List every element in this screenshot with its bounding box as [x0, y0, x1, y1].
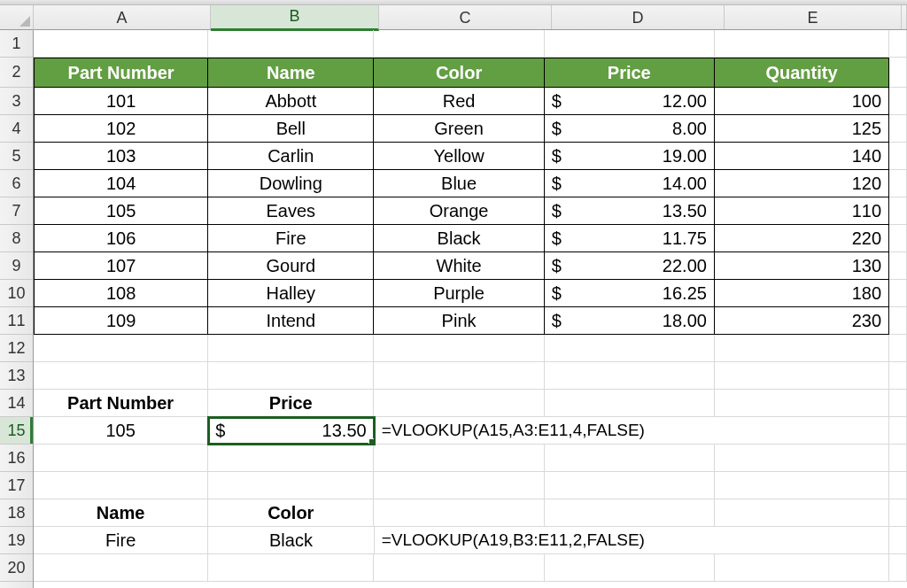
- table-header[interactable]: Quantity: [715, 58, 889, 88]
- cell-part-number[interactable]: 107: [34, 252, 208, 280]
- cell-empty[interactable]: [889, 170, 907, 197]
- cell-empty[interactable]: [374, 390, 544, 417]
- cell-quantity[interactable]: 230: [715, 307, 889, 335]
- row-header-4[interactable]: 4: [0, 115, 33, 143]
- cell-empty[interactable]: [545, 499, 715, 527]
- cell-empty[interactable]: [889, 252, 907, 280]
- cell-empty[interactable]: [34, 554, 208, 582]
- cell-empty[interactable]: [889, 88, 907, 115]
- cell-price[interactable]: $8.00: [545, 115, 715, 143]
- cell-part-number[interactable]: 101: [34, 88, 208, 115]
- cell-empty[interactable]: [889, 58, 907, 88]
- cell-empty[interactable]: [889, 445, 907, 472]
- cell-price[interactable]: $14.00: [545, 170, 715, 197]
- row-header-12[interactable]: 12: [0, 335, 33, 362]
- cell-empty[interactable]: [545, 335, 715, 362]
- cell-part-number[interactable]: 108: [34, 280, 208, 307]
- row-header-11[interactable]: 11: [0, 307, 33, 335]
- lookup2-header2[interactable]: Color: [208, 499, 374, 527]
- formula-text[interactable]: =VLOOKUP(A15,A3:E11,4,FALSE): [375, 417, 889, 445]
- cell-empty[interactable]: [889, 417, 907, 445]
- cell-price[interactable]: $16.25: [545, 280, 715, 307]
- column-header-a[interactable]: A: [34, 5, 211, 29]
- cell-empty[interactable]: [374, 554, 544, 582]
- table-header[interactable]: Price: [545, 58, 715, 88]
- lookup1-header1[interactable]: Part Number: [34, 390, 208, 417]
- cell-empty[interactable]: [545, 554, 715, 582]
- cell-empty[interactable]: [889, 527, 907, 554]
- cell-empty[interactable]: [545, 472, 715, 499]
- cell-empty[interactable]: [715, 335, 889, 362]
- row-header-7[interactable]: 7: [0, 197, 33, 225]
- row-header-16[interactable]: 16: [0, 445, 33, 472]
- cell-color[interactable]: Orange: [374, 197, 544, 225]
- cell-price[interactable]: $18.00: [545, 307, 715, 335]
- row-header-15[interactable]: 15: [0, 417, 33, 445]
- cell-empty[interactable]: [889, 362, 907, 390]
- row-header-3[interactable]: 3: [0, 88, 33, 115]
- cell-empty[interactable]: [889, 30, 907, 58]
- cell-empty[interactable]: [715, 362, 889, 390]
- cell-color[interactable]: Red: [374, 88, 544, 115]
- cell-part-number[interactable]: 105: [34, 197, 208, 225]
- cell-name[interactable]: Intend: [208, 307, 374, 335]
- table-header[interactable]: Name: [208, 58, 374, 88]
- cell-name[interactable]: Gourd: [208, 252, 374, 280]
- row-header-8[interactable]: 8: [0, 225, 33, 252]
- cell-empty[interactable]: [34, 335, 208, 362]
- cell-quantity[interactable]: 100: [715, 88, 889, 115]
- row-header-13[interactable]: 13: [0, 362, 33, 390]
- cell-color[interactable]: Black: [374, 225, 544, 252]
- lookup2-header1[interactable]: Name: [34, 499, 208, 527]
- cell-empty[interactable]: [889, 143, 907, 170]
- cell-name[interactable]: Eaves: [208, 197, 374, 225]
- cell-quantity[interactable]: 220: [715, 225, 889, 252]
- cell-empty[interactable]: [34, 472, 208, 499]
- cell-name[interactable]: Dowling: [208, 170, 374, 197]
- cell-empty[interactable]: [374, 30, 544, 58]
- row-header-14[interactable]: 14: [0, 390, 33, 417]
- lookup1-value1[interactable]: 105: [34, 417, 208, 445]
- cell-empty[interactable]: [715, 499, 889, 527]
- cell-empty[interactable]: [208, 30, 374, 58]
- lookup1-header2[interactable]: Price: [208, 390, 374, 417]
- cell-empty[interactable]: [545, 362, 715, 390]
- cell-empty[interactable]: [889, 390, 907, 417]
- cell-price[interactable]: $19.00: [545, 143, 715, 170]
- cell-color[interactable]: Purple: [374, 280, 544, 307]
- lookup2-value2[interactable]: Black: [208, 527, 374, 554]
- cell-empty[interactable]: [889, 197, 907, 225]
- cell-empty[interactable]: [715, 472, 889, 499]
- cell-color[interactable]: Green: [374, 115, 544, 143]
- table-header[interactable]: Part Number: [34, 58, 208, 88]
- cell-empty[interactable]: [374, 335, 544, 362]
- cell-empty[interactable]: [34, 30, 208, 58]
- cell-empty[interactable]: [545, 445, 715, 472]
- formula-text[interactable]: =VLOOKUP(A19,B3:E11,2,FALSE): [375, 527, 889, 554]
- cell-empty[interactable]: [715, 30, 889, 58]
- column-header-d[interactable]: D: [552, 5, 725, 29]
- cell-quantity[interactable]: 120: [715, 170, 889, 197]
- column-header-e[interactable]: E: [725, 5, 902, 29]
- cell-name[interactable]: Fire: [208, 225, 374, 252]
- cell-quantity[interactable]: 110: [715, 197, 889, 225]
- cell-empty[interactable]: [889, 280, 907, 307]
- cell-empty[interactable]: [374, 499, 544, 527]
- cell-price[interactable]: $12.00: [545, 88, 715, 115]
- cell-empty[interactable]: [715, 445, 889, 472]
- cell-part-number[interactable]: 104: [34, 170, 208, 197]
- cell-part-number[interactable]: 103: [34, 143, 208, 170]
- cell-empty[interactable]: [34, 362, 208, 390]
- row-header-5[interactable]: 5: [0, 143, 33, 170]
- cell-empty[interactable]: [889, 115, 907, 143]
- row-header-20[interactable]: 20: [0, 554, 33, 582]
- cell-part-number[interactable]: 102: [34, 115, 208, 143]
- cell-part-number[interactable]: 109: [34, 307, 208, 335]
- cell-name[interactable]: Abbott: [208, 88, 374, 115]
- cell-empty[interactable]: [374, 362, 544, 390]
- cell-empty[interactable]: [889, 472, 907, 499]
- active-cell[interactable]: $13.50: [208, 417, 374, 445]
- row-header-2[interactable]: 2: [0, 58, 33, 88]
- row-header-6[interactable]: 6: [0, 170, 33, 197]
- cell-color[interactable]: Blue: [374, 170, 544, 197]
